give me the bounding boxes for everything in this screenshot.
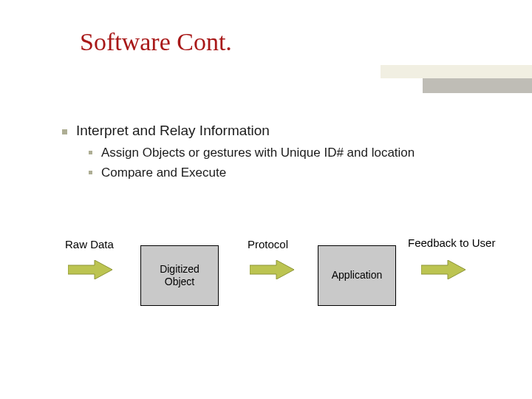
slide-title: Software Cont. <box>80 28 232 56</box>
bullet-list: Interpret and Relay Information Assign O… <box>62 123 483 185</box>
svg-marker-2 <box>421 260 466 279</box>
flow-label-raw-data: Raw Data <box>65 238 114 250</box>
svg-marker-1 <box>250 260 294 279</box>
bullet-text: Assign Objects or gestures with Unique I… <box>101 145 415 162</box>
bullet-level2: Assign Objects or gestures with Unique I… <box>89 145 483 162</box>
slide: Software Cont. Interpret and Relay Infor… <box>0 0 532 399</box>
box-text: Application <box>332 269 383 282</box>
bullet-level1: Interpret and Relay Information <box>62 123 483 139</box>
svg-marker-0 <box>68 260 112 279</box>
flow-box-application: Application <box>318 245 396 306</box>
flow-label-protocol: Protocol <box>248 238 288 250</box>
square-bullet-icon <box>62 129 67 134</box>
bullet-text: Interpret and Relay Information <box>76 123 270 139</box>
arrow-icon <box>421 260 466 279</box>
flow-box-digitized-object: Digitized Object <box>140 245 219 306</box>
bullet-text: Compare and Execute <box>101 165 226 182</box>
bullet-level2: Compare and Execute <box>89 165 483 182</box>
decor-gray-bar <box>423 78 532 93</box>
arrow-icon <box>250 260 294 279</box>
flow-label-feedback: Feedback to User <box>408 236 495 249</box>
decor-light-bar <box>381 65 532 78</box>
square-bullet-icon <box>89 151 92 154</box>
arrow-icon <box>68 260 112 279</box>
square-bullet-icon <box>89 171 92 174</box>
box-text: Digitized Object <box>144 263 215 289</box>
